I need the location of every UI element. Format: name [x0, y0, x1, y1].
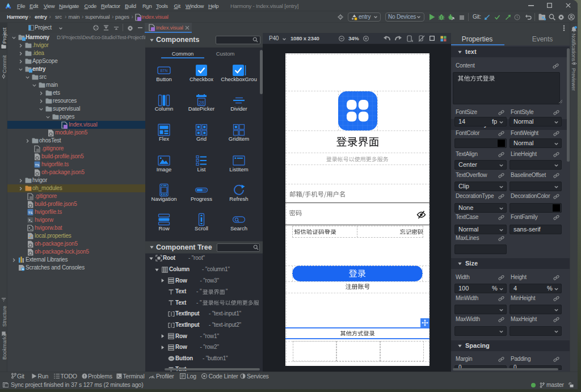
svg-text:TS: TS [35, 163, 40, 167]
svg-text:BTN: BTN [161, 69, 168, 73]
svg-text:TS: TS [28, 210, 33, 214]
